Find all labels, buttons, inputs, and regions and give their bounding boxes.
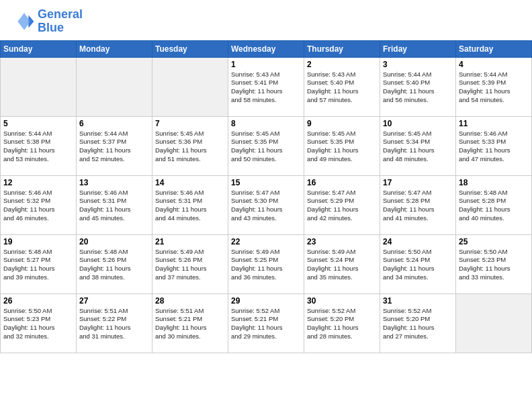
calendar-cell: 10Sunrise: 5:45 AM Sunset: 5:34 PM Dayli… [380,116,456,175]
calendar-cell: 30Sunrise: 5:52 AM Sunset: 5:20 PM Dayli… [304,293,380,353]
logo: General Blue [13,8,83,35]
day-number: 11 [459,119,529,128]
cell-info: Sunrise: 5:45 AM Sunset: 5:36 PM Dayligh… [155,130,225,164]
cell-info: Sunrise: 5:44 AM Sunset: 5:40 PM Dayligh… [383,71,453,105]
weekday-header: Saturday [456,40,532,57]
calendar-cell: 24Sunrise: 5:50 AM Sunset: 5:24 PM Dayli… [380,234,456,293]
calendar-cell: 16Sunrise: 5:47 AM Sunset: 5:29 PM Dayli… [304,175,380,234]
day-number: 15 [231,178,301,187]
day-number: 8 [231,119,301,128]
calendar-cell: 18Sunrise: 5:48 AM Sunset: 5:28 PM Dayli… [456,175,532,234]
weekday-header: Thursday [304,40,380,57]
calendar-cell: 1Sunrise: 5:43 AM Sunset: 5:41 PM Daylig… [228,57,304,116]
day-number: 5 [3,119,73,128]
cell-info: Sunrise: 5:51 AM Sunset: 5:22 PM Dayligh… [79,307,149,341]
calendar-cell: 20Sunrise: 5:48 AM Sunset: 5:26 PM Dayli… [77,234,152,293]
day-number: 10 [383,119,453,128]
day-number: 6 [79,119,149,128]
weekday-header: Monday [77,40,152,57]
calendar-cell: 22Sunrise: 5:49 AM Sunset: 5:25 PM Dayli… [228,234,304,293]
day-number: 9 [307,119,377,128]
day-number: 14 [155,178,225,187]
cell-info: Sunrise: 5:43 AM Sunset: 5:40 PM Dayligh… [307,71,377,105]
calendar-cell [456,293,532,353]
cell-info: Sunrise: 5:48 AM Sunset: 5:27 PM Dayligh… [3,248,73,282]
cell-info: Sunrise: 5:45 AM Sunset: 5:35 PM Dayligh… [307,130,377,164]
cell-info: Sunrise: 5:46 AM Sunset: 5:31 PM Dayligh… [79,189,149,223]
cell-info: Sunrise: 5:51 AM Sunset: 5:21 PM Dayligh… [155,307,225,341]
logo-icon [13,11,35,32]
cell-info: Sunrise: 5:43 AM Sunset: 5:41 PM Dayligh… [231,71,301,105]
day-number: 12 [3,178,73,187]
calendar-cell: 9Sunrise: 5:45 AM Sunset: 5:35 PM Daylig… [304,116,380,175]
calendar-cell: 12Sunrise: 5:46 AM Sunset: 5:32 PM Dayli… [1,175,77,234]
day-number: 3 [383,60,453,69]
calendar-cell: 29Sunrise: 5:52 AM Sunset: 5:21 PM Dayli… [228,293,304,353]
calendar-week-row: 1Sunrise: 5:43 AM Sunset: 5:41 PM Daylig… [1,57,532,116]
day-number: 4 [459,60,529,69]
cell-info: Sunrise: 5:52 AM Sunset: 5:20 PM Dayligh… [307,307,377,341]
page: General Blue SundayMondayTuesdayWednesda… [0,0,532,411]
weekday-header: Wednesday [228,40,304,57]
calendar-week-row: 26Sunrise: 5:50 AM Sunset: 5:23 PM Dayli… [1,293,532,353]
cell-info: Sunrise: 5:46 AM Sunset: 5:33 PM Dayligh… [459,130,529,164]
cell-info: Sunrise: 5:46 AM Sunset: 5:32 PM Dayligh… [3,189,73,223]
day-number: 25 [459,237,529,246]
day-number: 23 [307,237,377,246]
cell-info: Sunrise: 5:49 AM Sunset: 5:24 PM Dayligh… [307,248,377,282]
cell-info: Sunrise: 5:47 AM Sunset: 5:28 PM Dayligh… [383,189,453,223]
header: General Blue [0,0,532,40]
cell-info: Sunrise: 5:46 AM Sunset: 5:31 PM Dayligh… [155,189,225,223]
cell-info: Sunrise: 5:48 AM Sunset: 5:28 PM Dayligh… [459,189,529,223]
day-number: 29 [231,296,301,306]
calendar-week-row: 5Sunrise: 5:44 AM Sunset: 5:38 PM Daylig… [1,116,532,175]
day-number: 19 [3,237,73,246]
calendar-cell: 13Sunrise: 5:46 AM Sunset: 5:31 PM Dayli… [77,175,152,234]
calendar-week-row: 19Sunrise: 5:48 AM Sunset: 5:27 PM Dayli… [1,234,532,293]
cell-info: Sunrise: 5:48 AM Sunset: 5:26 PM Dayligh… [79,248,149,282]
day-number: 13 [79,178,149,187]
cell-info: Sunrise: 5:52 AM Sunset: 5:21 PM Dayligh… [231,307,301,341]
cell-info: Sunrise: 5:50 AM Sunset: 5:24 PM Dayligh… [383,248,453,282]
day-number: 21 [155,237,225,246]
calendar-cell [1,57,77,116]
cell-info: Sunrise: 5:50 AM Sunset: 5:23 PM Dayligh… [459,248,529,282]
day-number: 17 [383,178,453,187]
calendar-cell: 21Sunrise: 5:49 AM Sunset: 5:26 PM Dayli… [152,234,228,293]
calendar-cell: 8Sunrise: 5:45 AM Sunset: 5:35 PM Daylig… [228,116,304,175]
weekday-header: Friday [380,40,456,57]
calendar-cell [77,57,152,116]
day-number: 27 [79,296,149,306]
cell-info: Sunrise: 5:44 AM Sunset: 5:37 PM Dayligh… [79,130,149,164]
calendar-cell: 23Sunrise: 5:49 AM Sunset: 5:24 PM Dayli… [304,234,380,293]
logo-text: General Blue [38,8,83,35]
day-number: 24 [383,237,453,246]
cell-info: Sunrise: 5:52 AM Sunset: 5:20 PM Dayligh… [383,307,453,341]
day-number: 28 [155,296,225,306]
calendar-cell: 2Sunrise: 5:43 AM Sunset: 5:40 PM Daylig… [304,57,380,116]
day-number: 1 [231,60,301,69]
cell-info: Sunrise: 5:47 AM Sunset: 5:29 PM Dayligh… [307,189,377,223]
calendar-cell: 28Sunrise: 5:51 AM Sunset: 5:21 PM Dayli… [152,293,228,353]
calendar-header-row: SundayMondayTuesdayWednesdayThursdayFrid… [1,40,532,57]
day-number: 20 [79,237,149,246]
calendar-cell: 6Sunrise: 5:44 AM Sunset: 5:37 PM Daylig… [77,116,152,175]
calendar-cell: 7Sunrise: 5:45 AM Sunset: 5:36 PM Daylig… [152,116,228,175]
cell-info: Sunrise: 5:49 AM Sunset: 5:25 PM Dayligh… [231,248,301,282]
weekday-header: Tuesday [152,40,228,57]
cell-info: Sunrise: 5:45 AM Sunset: 5:35 PM Dayligh… [231,130,301,164]
cell-info: Sunrise: 5:50 AM Sunset: 5:23 PM Dayligh… [3,307,73,341]
cell-info: Sunrise: 5:49 AM Sunset: 5:26 PM Dayligh… [155,248,225,282]
day-number: 2 [307,60,377,69]
day-number: 30 [307,296,377,306]
calendar-cell: 17Sunrise: 5:47 AM Sunset: 5:28 PM Dayli… [380,175,456,234]
calendar-cell: 31Sunrise: 5:52 AM Sunset: 5:20 PM Dayli… [380,293,456,353]
day-number: 16 [307,178,377,187]
calendar-cell: 26Sunrise: 5:50 AM Sunset: 5:23 PM Dayli… [1,293,77,353]
calendar-week-row: 12Sunrise: 5:46 AM Sunset: 5:32 PM Dayli… [1,175,532,234]
calendar-cell: 11Sunrise: 5:46 AM Sunset: 5:33 PM Dayli… [456,116,532,175]
calendar-cell: 15Sunrise: 5:47 AM Sunset: 5:30 PM Dayli… [228,175,304,234]
calendar-cell: 3Sunrise: 5:44 AM Sunset: 5:40 PM Daylig… [380,57,456,116]
calendar-cell: 27Sunrise: 5:51 AM Sunset: 5:22 PM Dayli… [77,293,152,353]
calendar-cell: 25Sunrise: 5:50 AM Sunset: 5:23 PM Dayli… [456,234,532,293]
